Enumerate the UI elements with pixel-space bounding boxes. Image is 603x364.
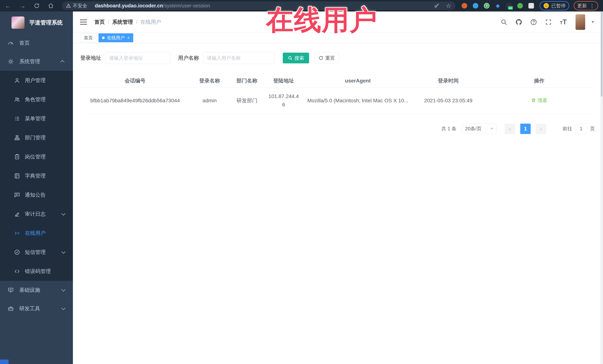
sidebar: 芋道管理系统 首页 系统管理 用户管理 角色管理 菜单管理 <box>0 11 73 364</box>
app-logo-row[interactable]: 芋道管理系统 <box>0 11 73 34</box>
list-icon <box>14 116 20 121</box>
sidebar-item-user-mgmt[interactable]: 用户管理 <box>0 71 73 90</box>
close-icon[interactable]: × <box>127 35 130 40</box>
refresh-icon <box>319 55 323 60</box>
check-circle-icon <box>14 249 20 255</box>
tab-label: 在线用户 <box>107 35 125 41</box>
translate-badge: en <box>508 6 513 10</box>
sidebar-item-label: 首页 <box>19 39 30 46</box>
sidebar-item-error-code[interactable]: 错误码管理 <box>0 262 73 281</box>
sidebar-item-home[interactable]: 首页 <box>0 34 73 52</box>
paused-label: 已暂停 <box>551 3 566 9</box>
sidebar-item-label: 岗位管理 <box>25 153 46 160</box>
breadcrumb-home[interactable]: 首页 <box>94 19 105 26</box>
security-label: 不安全 <box>73 3 87 9</box>
cell-actions: 强退 <box>484 88 595 113</box>
goto-page-input[interactable] <box>575 124 587 134</box>
sidebar-item-menu-mgmt[interactable]: 菜单管理 <box>0 109 73 128</box>
reload-icon[interactable] <box>34 3 40 9</box>
browser-chrome: ← → 不安全 dashboard.yudao.iocoder.cn /syst… <box>0 0 603 11</box>
reset-button[interactable]: 重置 <box>314 53 339 63</box>
search-button[interactable]: 搜索 <box>283 53 309 63</box>
browser-update-button[interactable]: 更新 ⋮ <box>574 1 598 10</box>
tags-view-bar: 首页 在线用户 × <box>73 33 603 43</box>
help-icon[interactable] <box>530 19 537 25</box>
announcement-icon <box>14 192 20 198</box>
extension-translate-icon[interactable]: en <box>506 3 512 9</box>
update-label: 更新 <box>577 3 587 9</box>
cell-login-time: 2021-05-03 23:05:49 <box>413 88 484 113</box>
search-icon <box>288 55 293 60</box>
login-address-input[interactable] <box>105 52 170 64</box>
page-size-select[interactable]: 20条/页 <box>462 124 497 134</box>
username-input[interactable] <box>203 52 275 64</box>
browser-menu-icon[interactable]: ⋮ <box>590 3 595 9</box>
breadcrumb-current: 在线用户 <box>140 19 161 26</box>
sidebar-item-label: 菜单管理 <box>25 115 46 122</box>
sidebar-item-infrastructure[interactable]: 基础设施 <box>0 281 73 299</box>
avatar-caret-down-icon[interactable]: ▼ <box>591 20 595 24</box>
font-size-icon[interactable]: TT <box>560 18 567 26</box>
emoji-avatar-icon <box>543 3 549 9</box>
current-page-button[interactable]: 1 <box>520 124 531 134</box>
chevron-down-icon <box>61 249 66 254</box>
home-icon[interactable] <box>48 3 54 9</box>
caret-down-icon <box>490 128 493 130</box>
warning-icon <box>66 3 71 8</box>
password-key-icon[interactable] <box>434 3 440 9</box>
extension-key-icon[interactable] <box>517 3 523 9</box>
search-icon[interactable] <box>500 19 507 25</box>
extensions-puzzle-icon[interactable] <box>528 3 534 9</box>
sidebar-item-dept-mgmt[interactable]: 部门管理 <box>0 128 73 147</box>
sidebar-item-dict-mgmt[interactable]: 字典管理 <box>0 166 73 185</box>
chevron-down-icon <box>61 306 66 310</box>
sidebar-item-label: 在线用户 <box>25 230 46 237</box>
app-title: 芋道管理系统 <box>29 19 63 26</box>
tab-label: 首页 <box>84 35 93 41</box>
fullscreen-icon[interactable] <box>545 19 552 25</box>
address-bar[interactable]: 不安全 dashboard.yudao.iocoder.cn /system/u… <box>62 1 455 10</box>
url-host: dashboard.yudao.iocoder.cn <box>95 3 163 9</box>
next-page-button[interactable]: › <box>536 124 546 134</box>
github-icon[interactable] <box>515 19 522 25</box>
col-ip: 登陆地址 <box>265 74 303 88</box>
sidebar-item-notice[interactable]: 通知公告 <box>0 185 73 204</box>
sidebar-item-label: 用户管理 <box>25 77 46 84</box>
extension-v-icon[interactable]: V <box>484 3 489 9</box>
tab-home[interactable]: 首页 <box>80 33 96 42</box>
sidebar-item-dev-tools[interactable]: 研发工具 <box>0 299 73 318</box>
extension-ublock-icon[interactable] <box>462 3 467 9</box>
back-icon[interactable]: ← <box>5 0 11 11</box>
sidebar-item-sms-mgmt[interactable]: 短信管理 <box>0 243 73 262</box>
extension-drop-icon[interactable] <box>473 3 478 9</box>
sidebar-item-label: 错误码管理 <box>25 268 51 275</box>
active-dot <box>102 36 105 39</box>
bookmark-star-icon[interactable]: ☆ <box>446 2 451 9</box>
hamburger-icon[interactable] <box>80 18 87 26</box>
breadcrumb: 首页 / 系统管理 / 在线用户 <box>94 19 161 26</box>
sidebar-item-role-mgmt[interactable]: 角色管理 <box>0 90 73 109</box>
user-avatar[interactable] <box>576 14 585 30</box>
force-logout-button[interactable]: 强退 <box>531 97 547 104</box>
breadcrumb-system[interactable]: 系统管理 <box>112 19 133 26</box>
table-row: bfbb1ab79ba849e49fb26ddb56a73044 admin 研… <box>80 88 595 113</box>
sidebar-item-audit-log[interactable]: 审计日志 <box>0 204 73 223</box>
scrollbar-thumb[interactable] <box>601 11 603 97</box>
online-signal-icon <box>14 230 20 236</box>
edit-log-icon <box>14 211 20 217</box>
tab-online-users[interactable]: 在线用户 × <box>99 33 133 42</box>
gear-icon <box>8 59 14 65</box>
prev-page-button[interactable]: ‹ <box>505 124 515 134</box>
header-actions: TT ▼ <box>492 14 595 30</box>
url-path: /system/user-session <box>163 3 210 9</box>
extension-diamond-icon[interactable]: ◆ <box>495 3 500 9</box>
profile-paused-badge[interactable]: 已暂停 <box>540 1 569 10</box>
sidebar-item-label: 角色管理 <box>25 96 46 103</box>
sidebar-item-label: 研发工具 <box>19 305 40 312</box>
sidebar-item-post-mgmt[interactable]: 岗位管理 <box>0 147 73 166</box>
forward-icon[interactable]: → <box>19 0 26 11</box>
table-header-row: 会话编号 登录名称 部门名称 登陆地址 userAgent 登录时间 操作 <box>80 74 595 88</box>
sidebar-item-system[interactable]: 系统管理 <box>0 52 73 71</box>
page-scrollbar[interactable] <box>600 11 603 364</box>
sidebar-item-online-users[interactable]: 在线用户 <box>0 223 73 243</box>
